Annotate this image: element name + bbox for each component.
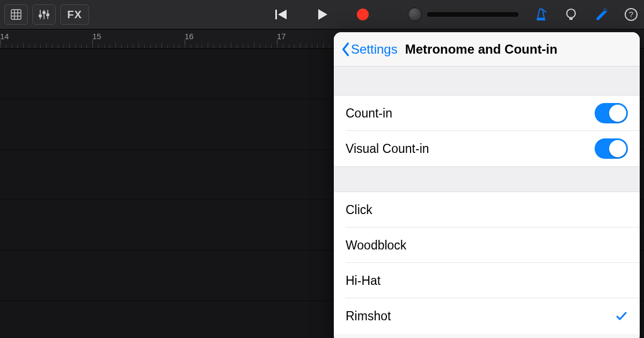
loop-icon <box>564 8 578 21</box>
metronome-sound-list: Click Woodblock Hi-Hat Rimshot <box>334 192 640 334</box>
sound-option-hihat[interactable]: Hi-Hat <box>334 263 640 298</box>
sound-option-rimshot[interactable]: Rimshot <box>334 298 640 334</box>
checkmark-icon <box>615 310 628 322</box>
master-volume[interactable] <box>408 8 518 21</box>
popover-arrow <box>574 32 587 33</box>
svg-rect-9 <box>43 12 45 13</box>
help-icon: ? <box>624 8 638 21</box>
volume-knob-icon <box>408 8 422 21</box>
sound-option-woodblock[interactable]: Woodblock <box>334 227 640 263</box>
fx-label: FX <box>67 9 82 21</box>
fx-button[interactable]: FX <box>60 4 89 25</box>
chevron-left-icon <box>341 42 350 56</box>
svg-rect-10 <box>47 14 49 16</box>
bar-number: 17 <box>277 32 286 41</box>
metronome-button[interactable] <box>533 7 548 22</box>
count-in-switch[interactable] <box>595 103 628 123</box>
settings-popover: Settings Metronome and Count-in Count-in… <box>334 32 640 338</box>
svg-point-14 <box>357 9 369 20</box>
row-label: Woodblock <box>346 238 406 253</box>
svg-point-21 <box>604 9 606 11</box>
row-label: Click <box>346 203 372 217</box>
bar-number: 15 <box>92 32 101 41</box>
loop-button[interactable] <box>564 7 579 22</box>
play-button[interactable] <box>314 7 330 22</box>
metronome-icon <box>533 7 548 22</box>
svg-marker-13 <box>318 9 327 20</box>
section-spacer <box>334 166 640 192</box>
back-button[interactable]: Settings <box>341 42 398 57</box>
transport-controls <box>274 7 370 22</box>
go-to-start-button[interactable] <box>274 7 289 22</box>
row-label: Rimshot <box>346 309 391 324</box>
visual-count-in-switch[interactable] <box>595 138 628 159</box>
svg-point-19 <box>567 9 575 18</box>
volume-meter <box>427 12 518 17</box>
settings-button[interactable] <box>594 7 609 22</box>
svg-rect-17 <box>537 19 545 20</box>
svg-rect-8 <box>39 15 41 17</box>
mixer-button[interactable] <box>32 4 56 25</box>
bar-number: 14 <box>0 32 9 41</box>
svg-rect-11 <box>275 10 277 19</box>
back-label: Settings <box>351 42 398 57</box>
top-toolbar: FX <box>0 0 644 30</box>
count-in-row[interactable]: Count-in <box>334 95 640 131</box>
toolbar-right: ? <box>408 7 639 22</box>
section-spacer <box>334 67 640 95</box>
grid-view-button[interactable] <box>4 4 28 25</box>
wrench-icon <box>594 7 609 22</box>
row-label: Visual Count-in <box>346 142 429 156</box>
grid-icon <box>11 9 21 20</box>
svg-marker-12 <box>278 10 287 19</box>
popover-title: Metronome and Count-in <box>405 42 558 57</box>
record-button[interactable] <box>355 7 370 22</box>
sound-option-click[interactable]: Click <box>334 192 640 227</box>
row-label: Hi-Hat <box>346 274 380 288</box>
popover-header: Settings Metronome and Count-in <box>334 32 640 67</box>
svg-text:?: ? <box>629 10 633 19</box>
sliders-icon <box>38 9 50 20</box>
svg-rect-0 <box>11 10 21 19</box>
bar-number: 16 <box>185 32 194 41</box>
help-button[interactable]: ? <box>624 7 639 22</box>
row-label: Count-in <box>346 106 392 121</box>
visual-count-in-row[interactable]: Visual Count-in <box>334 131 640 166</box>
svg-rect-20 <box>569 18 573 20</box>
count-in-toggles: Count-in Visual Count-in <box>334 95 640 166</box>
